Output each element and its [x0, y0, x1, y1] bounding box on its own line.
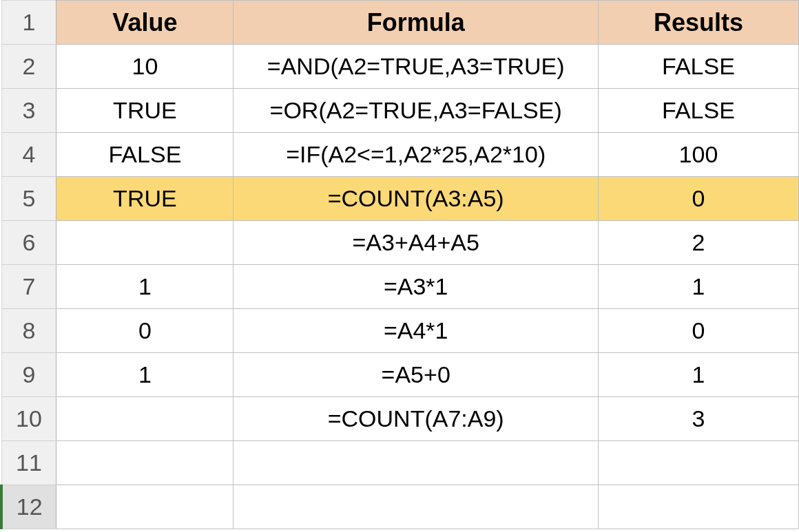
- row-header-5[interactable]: 5: [1, 177, 56, 221]
- table-row: 12: [1, 485, 799, 529]
- column-header-value[interactable]: Value: [56, 1, 234, 45]
- table-row: 8 0 =A4*1 0: [1, 309, 799, 353]
- cell-results[interactable]: 3: [598, 397, 798, 441]
- cell-value[interactable]: TRUE: [56, 89, 234, 133]
- cell-results[interactable]: 100: [598, 133, 798, 177]
- cell-value[interactable]: TRUE: [56, 177, 234, 221]
- cell-formula[interactable]: =IF(A2<=1,A2*25,A2*10): [234, 133, 598, 177]
- cell-formula[interactable]: [234, 441, 598, 485]
- row-header-9[interactable]: 9: [1, 353, 56, 397]
- cell-formula[interactable]: =AND(A2=TRUE,A3=TRUE): [234, 45, 598, 89]
- table-row: 9 1 =A5+0 1: [1, 353, 799, 397]
- row-header-8[interactable]: 8: [1, 309, 56, 353]
- row-header-4[interactable]: 4: [1, 133, 56, 177]
- cell-results[interactable]: 1: [598, 353, 798, 397]
- cell-value[interactable]: FALSE: [56, 133, 234, 177]
- cell-value[interactable]: 1: [56, 353, 234, 397]
- cell-value[interactable]: [56, 397, 234, 441]
- cell-results[interactable]: 2: [598, 221, 798, 265]
- table-row: 11: [1, 441, 799, 485]
- row-header-1[interactable]: 1: [1, 1, 56, 45]
- row-header-3[interactable]: 3: [1, 89, 56, 133]
- row-header-10[interactable]: 10: [1, 397, 56, 441]
- cell-formula[interactable]: =A4*1: [234, 309, 598, 353]
- cell-value[interactable]: [56, 441, 234, 485]
- cell-results[interactable]: FALSE: [598, 45, 798, 89]
- cell-formula[interactable]: =COUNT(A3:A5): [234, 177, 598, 221]
- row-header-6[interactable]: 6: [1, 221, 56, 265]
- table-row: 2 10 =AND(A2=TRUE,A3=TRUE) FALSE: [1, 45, 799, 89]
- table-row: 4 FALSE =IF(A2<=1,A2*25,A2*10) 100: [1, 133, 799, 177]
- cell-value[interactable]: 1: [56, 265, 234, 309]
- cell-value[interactable]: 10: [56, 45, 234, 89]
- cell-results[interactable]: [598, 485, 798, 529]
- spreadsheet-grid: 1 Value Formula Results 2 10 =AND(A2=TRU…: [0, 0, 799, 529]
- cell-formula[interactable]: =A3+A4+A5: [234, 221, 598, 265]
- row-header-7[interactable]: 7: [1, 265, 56, 309]
- cell-value[interactable]: 0: [56, 309, 234, 353]
- cell-results[interactable]: 0: [598, 177, 798, 221]
- table-row: 1 Value Formula Results: [1, 1, 799, 45]
- table-row: 3 TRUE =OR(A2=TRUE,A3=FALSE) FALSE: [1, 89, 799, 133]
- column-header-results[interactable]: Results: [598, 1, 798, 45]
- cell-formula[interactable]: =COUNT(A7:A9): [234, 397, 598, 441]
- cell-results[interactable]: FALSE: [598, 89, 798, 133]
- row-header-12[interactable]: 12: [1, 485, 56, 529]
- cell-formula[interactable]: =A5+0: [234, 353, 598, 397]
- cell-results[interactable]: 0: [598, 309, 798, 353]
- row-header-2[interactable]: 2: [1, 45, 56, 89]
- cell-value[interactable]: [56, 221, 234, 265]
- cell-formula[interactable]: =A3*1: [234, 265, 598, 309]
- cell-formula[interactable]: =OR(A2=TRUE,A3=FALSE): [234, 89, 598, 133]
- row-header-11[interactable]: 11: [1, 441, 56, 485]
- column-header-formula[interactable]: Formula: [234, 1, 598, 45]
- table-row: 7 1 =A3*1 1: [1, 265, 799, 309]
- cell-results[interactable]: [598, 441, 798, 485]
- cell-value[interactable]: [56, 485, 234, 529]
- cell-formula[interactable]: [234, 485, 598, 529]
- table-row: 10 =COUNT(A7:A9) 3: [1, 397, 799, 441]
- cell-results[interactable]: 1: [598, 265, 798, 309]
- table-row: 6 =A3+A4+A5 2: [1, 221, 799, 265]
- table-row-highlighted: 5 TRUE =COUNT(A3:A5) 0: [1, 177, 799, 221]
